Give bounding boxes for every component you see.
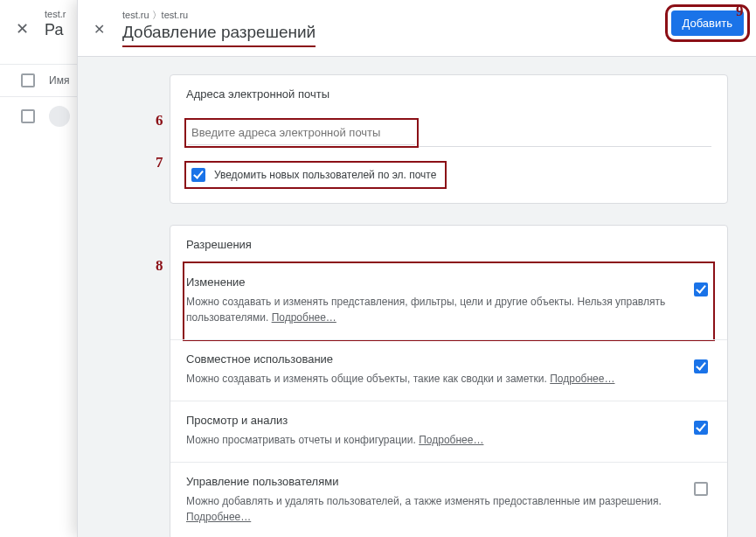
permission-title: Управление пользователями <box>186 475 680 488</box>
permission-text: ИзменениеМожно создавать и изменять пред… <box>186 275 680 325</box>
checkbox-icon[interactable] <box>21 73 35 87</box>
annotation-6: 6 <box>156 112 163 129</box>
permission-description: Можно создавать и изменять представления… <box>186 294 680 325</box>
page-title: Ра <box>45 21 66 39</box>
checkbox-icon[interactable] <box>694 359 708 373</box>
checkbox-icon[interactable] <box>694 282 708 296</box>
permission-text: Просмотр и анализМожно просматривать отч… <box>186 414 680 448</box>
learn-more-link[interactable]: Подробнее… <box>272 311 336 324</box>
add-button[interactable]: Добавить <box>671 10 744 36</box>
email-section-title: Адреса электронной почты <box>170 75 727 113</box>
permission-text: Управление пользователямиМожно добавлять… <box>186 475 680 525</box>
breadcrumb: test.r <box>45 9 66 19</box>
learn-more-link[interactable]: Подробнее… <box>550 373 614 385</box>
notify-label: Уведомить новых пользователей по эл. поч… <box>214 169 436 181</box>
modal-header: ✕ test.ru 〉test.ru Добавление разрешений… <box>78 0 756 57</box>
annotation-9: 9 <box>736 3 744 20</box>
permission-checkbox-col <box>694 352 711 373</box>
permission-checkbox-col <box>694 275 711 296</box>
modal-title: Добавление разрешений <box>122 23 316 42</box>
permission-checkbox-col <box>694 475 711 496</box>
notify-checkbox-row[interactable]: Уведомить новых пользователей по эл. поч… <box>186 163 445 187</box>
email-card: Адреса электронной почты Уведомить новых… <box>170 74 728 204</box>
permissions-section-title: Разрешения <box>170 226 727 263</box>
background-title-block: test.r Ра <box>45 9 66 39</box>
close-icon[interactable]: ✕ <box>16 19 29 38</box>
permission-text: Совместное использованиеМожно создавать … <box>186 352 680 387</box>
permission-title: Просмотр и анализ <box>186 414 680 427</box>
permission-description: Можно создавать и изменять общие объекты… <box>186 371 680 387</box>
close-icon[interactable]: ✕ <box>94 21 105 38</box>
annotation-8: 8 <box>156 257 163 275</box>
permission-row[interactable]: ИзменениеМожно создавать и изменять пред… <box>184 263 713 339</box>
breadcrumb: test.ru 〉test.ru <box>122 9 316 22</box>
modal-title-block: test.ru 〉test.ru Добавление разрешений <box>122 9 316 47</box>
checkbox-icon[interactable] <box>694 421 708 435</box>
divider <box>186 146 711 147</box>
add-permissions-modal: ✕ test.ru 〉test.ru Добавление разрешений… <box>77 0 756 537</box>
annotation-7: 7 <box>156 154 163 171</box>
email-input-wrap <box>186 120 711 146</box>
permission-description: Можно добавлять и удалять пользователей,… <box>186 493 680 525</box>
modal-body: Адреса электронной почты Уведомить новых… <box>78 57 756 537</box>
learn-more-link[interactable]: Подробнее… <box>419 434 483 446</box>
permissions-card: Разрешения ИзменениеМожно создавать и из… <box>170 225 728 537</box>
permission-row[interactable]: Совместное использованиеМожно создавать … <box>170 339 727 401</box>
permission-title: Изменение <box>186 275 680 289</box>
permissions-list: ИзменениеМожно создавать и изменять пред… <box>170 263 727 537</box>
avatar <box>49 106 70 127</box>
permission-row[interactable]: Просмотр и анализМожно просматривать отч… <box>170 401 727 462</box>
checkbox-icon[interactable] <box>191 168 205 182</box>
checkbox-icon[interactable] <box>21 109 35 123</box>
permission-title: Совместное использование <box>186 352 680 366</box>
permission-description: Можно просматривать отчеты и конфигураци… <box>186 432 680 448</box>
permission-row[interactable]: Управление пользователямиМожно добавлять… <box>170 462 727 537</box>
learn-more-link[interactable]: Подробнее… <box>186 511 251 523</box>
permission-checkbox-col <box>694 414 711 435</box>
column-label: Имя <box>49 74 69 87</box>
checkbox-icon[interactable] <box>694 482 708 496</box>
email-input[interactable] <box>188 121 415 145</box>
